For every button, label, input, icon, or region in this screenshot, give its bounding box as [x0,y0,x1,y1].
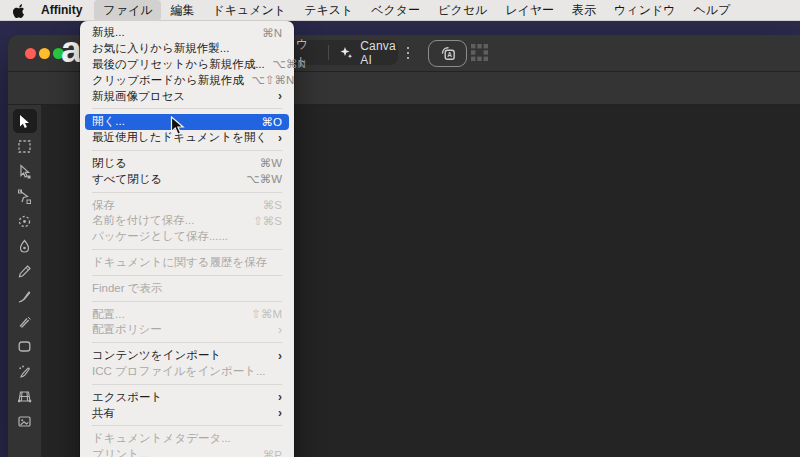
menu-item-label: ドキュメントに関する履歴を保存 [92,255,267,270]
canva-ai-sparkle-icon [339,46,353,60]
mesh-warp-tool[interactable] [13,384,37,408]
menu-item-open[interactable]: 開く... ⌘O [85,114,289,130]
menu-item-new-from-clipboard[interactable]: クリップボードから新規作成 ⌥⇧⌘N [85,72,289,88]
menu-item-label: 新規... [92,25,125,40]
menu-item-document-metadata: ドキュメントメタデータ... [85,431,289,447]
move-tool[interactable] [13,109,37,133]
persona-a-icon: A [439,46,457,61]
menu-item-label: 保存 [92,198,115,213]
menubar-item-edit[interactable]: 編集 [161,0,203,21]
vector-brush-tool[interactable] [13,284,37,308]
menu-item-shortcut: ⌘W [260,156,282,170]
close-window-button[interactable] [25,48,36,59]
menu-item-shortcut: ⌘N [262,26,282,40]
menu-item-label: お気に入りから新規作製... [92,41,229,56]
menu-item-share[interactable]: 共有 › [85,405,289,421]
menu-item-shortcut: ⇧⌘M [251,307,282,321]
menu-item-shortcut: ⌥⌘W [246,172,282,186]
menubar-item-document[interactable]: ドキュメント [203,0,295,21]
menu-separator [92,301,282,302]
menu-item-save-history: ドキュメントに関する履歴を保存 [85,255,289,271]
menu-item-save: 保存 ⌘S [85,197,289,213]
node-tool[interactable] [13,184,37,208]
menu-item-save-as: 名前を付けて保存... ⇧⌘S [85,213,289,229]
menu-item-shortcut: ⌥⌘N [273,57,306,71]
menu-separator [92,192,282,193]
menu-item-shortcut: ⌥⇧⌘N [252,73,295,87]
file-menu-dropdown: 新規... ⌘N お気に入りから新規作製... 最後のプリセットから新規作成..… [80,21,294,457]
menu-item-label: 配置... [92,307,125,322]
paint-brush-tool[interactable] [13,309,37,333]
submenu-arrow-icon: › [278,350,282,362]
menubar-item-file[interactable]: ファイル [94,0,161,21]
menu-item-open-recent[interactable]: 最近使用したドキュメントを開く › [85,130,289,146]
menubar-item-text[interactable]: テキスト [295,0,362,21]
macos-menubar: Affinity ファイル 編集 ドキュメント テキスト ベクター ピクセル レ… [0,0,800,21]
selection-brush-tool[interactable] [13,209,37,233]
submenu-arrow-icon: › [278,407,282,419]
submenu-arrow-icon: › [278,391,282,403]
menu-item-place: 配置... ⇧⌘M [85,306,289,322]
submenu-arrow-icon: › [278,90,282,102]
apple-logo-icon[interactable] [13,3,26,18]
pixel-brush-tool[interactable] [13,359,37,383]
menubar-item-view[interactable]: 表示 [563,0,605,21]
menu-separator [92,150,282,151]
persona-switch-button[interactable]: A [428,40,467,67]
menu-item-import-icc-profile: ICC プロファイルをインポート... [85,364,289,380]
menu-item-show-in-finder: Finder で表示 [85,280,289,296]
menubar-item-pixel[interactable]: ピクセル [429,0,496,21]
menu-item-label: ICC プロファイルをインポート... [92,364,266,379]
menubar-item-affinity[interactable]: Affinity [32,1,94,19]
menu-item-label: 最後のプリセットから新規作成... [92,57,265,72]
menu-item-close[interactable]: 閉じる ⌘W [85,156,289,172]
menu-item-label: 開く... [92,114,125,129]
menubar-item-vector[interactable]: ベクター [362,0,429,21]
direct-selection-tool[interactable] [13,159,37,183]
menu-item-label: エクスポート [92,390,162,405]
menu-item-import-content[interactable]: コンテンツをインポート › [85,348,289,364]
studio-grid-icon[interactable] [471,44,488,61]
menu-item-label: クリップボードから新規作成 [92,73,244,88]
menubar-item-help[interactable]: ヘルプ [684,0,739,21]
menubar-item-layer[interactable]: レイヤー [496,0,563,21]
submenu-arrow-icon: › [278,324,282,336]
menu-item-new-from-favorites[interactable]: お気に入りから新規作製... [85,41,289,57]
menu-item-new-from-last-preset[interactable]: 最後のプリセットから新規作成... ⌥⌘N [85,57,289,73]
menu-item-new[interactable]: 新規... ⌘N [85,25,289,41]
mouse-cursor [170,116,186,140]
menubar-item-window[interactable]: ウィンドウ [605,0,684,21]
shape-tool[interactable] [13,334,37,358]
toolbar-divider [328,45,329,60]
menu-separator [92,384,282,385]
menu-separator [92,249,282,250]
menu-item-label: プリント... [92,447,149,457]
pencil-tool[interactable] [13,259,37,283]
tools-panel [8,105,41,457]
menu-item-label: パッケージとして保存...... [92,229,228,244]
menu-item-shortcut: ⌘O [262,115,282,129]
menu-item-shortcut: ⌘P [263,448,282,457]
menu-item-new-image-process[interactable]: 新規画像プロセス › [85,88,289,104]
menu-item-shortcut: ⇧⌘S [253,214,282,228]
menu-item-print: プリント... ⌘P [85,447,289,457]
menu-item-shortcut: ⌘S [263,198,282,212]
menu-item-label: 配置ポリシー [92,322,162,337]
menu-item-export[interactable]: エクスポート › [85,389,289,405]
menu-item-label: 共有 [92,406,115,421]
svg-text:A: A [447,51,452,58]
submenu-arrow-icon: › [278,132,282,144]
menu-item-label: 閉じる [92,156,127,171]
menu-item-place-policy: 配置ポリシー › [85,322,289,338]
minimize-window-button[interactable] [39,48,50,59]
menu-item-label: コンテンツをインポート [92,348,221,363]
image-frame-tool[interactable] [13,409,37,433]
menu-separator [92,108,282,109]
canva-ai-button[interactable]: Canva AI [360,39,398,67]
marquee-selection-tool[interactable] [13,134,37,158]
affinity-logo: a [61,35,82,71]
more-options-kebab-icon[interactable] [402,43,414,63]
menu-item-save-as-package: パッケージとして保存...... [85,229,289,245]
pen-tool[interactable] [13,234,37,258]
menu-item-close-all[interactable]: すべて閉じる ⌥⌘W [85,171,289,187]
